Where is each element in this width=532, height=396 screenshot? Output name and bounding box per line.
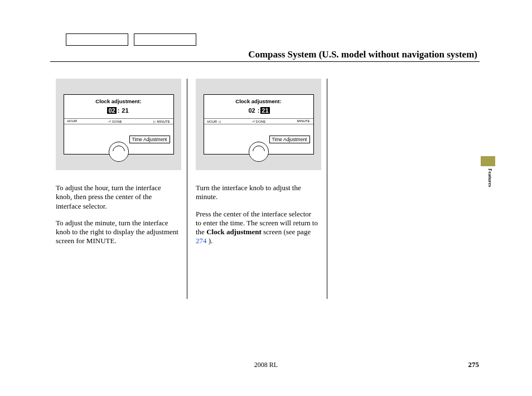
- col1-paragraph-2: To adjust the minute, turn the interface…: [56, 219, 178, 246]
- time-separator: :: [258, 107, 260, 114]
- col1-paragraph-1: To adjust the hour, turn the interface k…: [56, 183, 178, 211]
- section-tab: [481, 156, 495, 166]
- placeholder-box-2: [134, 33, 196, 46]
- page-title: Compass System (U.S. model without navig…: [50, 49, 480, 60]
- column-separator-2: [327, 79, 327, 299]
- knob-icon: [249, 142, 269, 162]
- col2-paragraph-1: Turn the interface knob to adjust the mi…: [196, 183, 318, 202]
- page-link-274[interactable]: 274: [196, 236, 207, 245]
- time-hour: 02: [247, 107, 256, 114]
- time-adjustment-label: Time Adjustment: [129, 136, 170, 143]
- nav-label-row: HOUR ◁ ⏎ DONE MINUTE: [204, 118, 313, 124]
- label-hour: HOUR: [67, 119, 78, 123]
- time-display: 02 : 21: [247, 107, 269, 114]
- top-placeholder-boxes: [66, 33, 480, 46]
- col2-paragraph-2: Press the center of the interface select…: [196, 210, 318, 246]
- nav-label-row: HOUR ⏎ DONE ▷ MINUTE: [64, 118, 173, 124]
- section-tab-label: Features: [487, 168, 493, 187]
- label-hour: HOUR ◁: [207, 119, 221, 123]
- footer-model-year: 2008 RL: [0, 361, 532, 369]
- time-minute: 21: [120, 107, 129, 114]
- label-done: ⏎ DONE: [252, 119, 265, 123]
- column-2: Clock adjustment: 02 : 21 HOUR ◁ ⏎ DONE …: [190, 79, 324, 299]
- screen-title: Clock adjustment:: [95, 98, 141, 104]
- screen-bottom: Time Adjustment: [204, 124, 313, 154]
- column-separator-1: [187, 79, 187, 299]
- knob-icon: [109, 142, 129, 162]
- time-display: 02 : 21: [107, 107, 129, 114]
- label-minute: MINUTE: [297, 119, 309, 123]
- placeholder-box-1: [66, 33, 128, 46]
- figure-clock-minute: Clock adjustment: 02 : 21 HOUR ◁ ⏎ DONE …: [196, 79, 321, 170]
- label-minute: ▷ MINUTE: [153, 119, 170, 123]
- screen-hour-inner: Clock adjustment: 02 : 21 HOUR ⏎ DONE ▷ …: [64, 94, 174, 154]
- column-3: [330, 79, 464, 299]
- time-separator: :: [118, 107, 120, 114]
- screen-bottom: Time Adjustment: [64, 124, 173, 154]
- figure-clock-hour: Clock adjustment: 02 : 21 HOUR ⏎ DONE ▷ …: [56, 79, 181, 170]
- time-adjustment-label: Time Adjustment: [269, 136, 310, 143]
- time-hour: 02: [107, 107, 116, 114]
- screen-title: Clock adjustment:: [235, 98, 281, 104]
- time-minute: 21: [260, 107, 269, 114]
- label-done: ⏎ DONE: [108, 119, 122, 123]
- column-1: Clock adjustment: 02 : 21 HOUR ⏎ DONE ▷ …: [50, 79, 184, 299]
- title-divider: [50, 61, 480, 62]
- page-number: 275: [468, 360, 480, 369]
- screen-minute-inner: Clock adjustment: 02 : 21 HOUR ◁ ⏎ DONE …: [204, 94, 314, 154]
